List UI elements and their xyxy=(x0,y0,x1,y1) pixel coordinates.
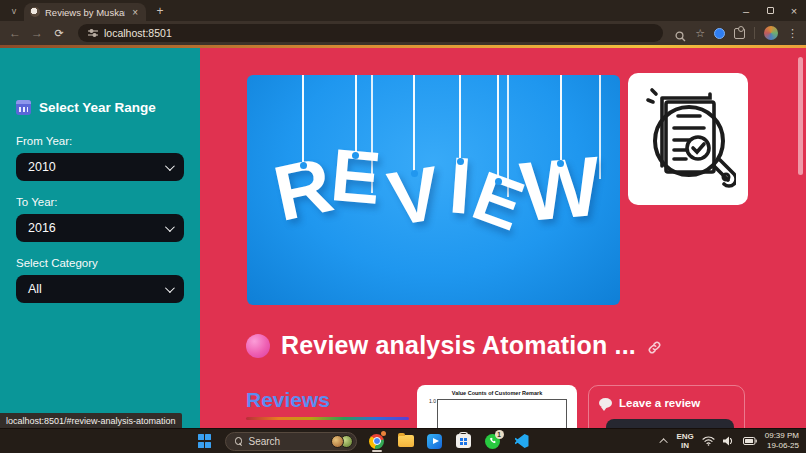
language-bottom: IN xyxy=(681,441,689,450)
profile-avatar[interactable] xyxy=(764,26,778,40)
value-counts-chart-card: Value Counts of Customer Remark 1.0 0.8 xyxy=(417,385,577,428)
whatsapp-badge: 1 xyxy=(495,430,504,439)
search-widget-badges xyxy=(331,435,353,448)
taskbar-whatsapp[interactable]: 1 xyxy=(484,430,502,453)
taskbar-file-explorer[interactable] xyxy=(397,430,415,453)
y-axis-tick: 1.0 xyxy=(429,398,438,404)
main-area: R E V I E W xyxy=(200,45,806,428)
status-bar-link: localhost:8501/#review-analysis-atomatio… xyxy=(0,413,182,428)
site-info-icon[interactable] xyxy=(88,28,98,38)
taskbar-center: Search 1 xyxy=(196,430,531,453)
leave-review-label: Leave a review xyxy=(619,397,700,409)
taskbar: Search 1 xyxy=(0,428,806,453)
hanging-letter: V xyxy=(389,75,440,230)
rainbow-divider xyxy=(246,417,409,420)
to-year-value: 2016 xyxy=(28,221,56,235)
search-label: Search xyxy=(249,436,325,447)
window-controls: – × xyxy=(734,0,806,21)
page-content: Select Year Range From Year: 2010 To Yea… xyxy=(0,45,806,428)
reviews-heading: Reviews xyxy=(246,388,330,412)
hanging-letter: E xyxy=(475,75,522,233)
review-hero-image: R E V I E W xyxy=(247,75,620,305)
page-title-row: Review analysis Atomation ... xyxy=(246,331,662,360)
vscode-icon xyxy=(515,434,529,448)
back-icon[interactable]: ← xyxy=(8,26,22,40)
page-zoom-icon[interactable] xyxy=(675,28,686,39)
wifi-icon[interactable] xyxy=(702,436,715,446)
bookmark-star-icon[interactable]: ☆ xyxy=(695,27,705,40)
browser-tab-active[interactable]: Reviews by Muskan × xyxy=(24,3,146,21)
leave-review-card: Leave a review xyxy=(588,385,745,428)
scrollbar-thumb[interactable] xyxy=(798,57,803,175)
tray-clock[interactable]: 09:39 PM 19-06-25 xyxy=(765,431,799,451)
chevron-down-icon xyxy=(165,161,175,171)
url-text: localhost:8501 xyxy=(104,27,172,39)
brain-icon xyxy=(246,334,270,358)
search-icon xyxy=(235,437,243,445)
browser-menu-icon[interactable]: ⋮ xyxy=(787,27,798,40)
leave-review-header: Leave a review xyxy=(599,397,734,409)
language-top: ENG xyxy=(676,432,693,441)
windows-logo-icon xyxy=(198,434,212,448)
tray-chevron-up-icon[interactable] xyxy=(660,438,668,446)
category-label: Select Category xyxy=(0,257,200,269)
search-highlight-icon xyxy=(331,435,344,448)
volume-icon[interactable] xyxy=(723,436,735,446)
taskbar-microsoft-store[interactable] xyxy=(455,430,473,453)
category-value: All xyxy=(28,282,42,296)
close-button[interactable]: × xyxy=(782,0,806,21)
pinned-extension-icon[interactable] xyxy=(714,28,725,39)
minimize-button[interactable]: – xyxy=(734,0,758,21)
to-year-label: To Year: xyxy=(0,196,200,208)
toolbar-right-icons: ☆ ⋮ xyxy=(675,26,798,40)
tab-title: Reviews by Muskan xyxy=(45,7,125,18)
category-select[interactable]: All xyxy=(16,275,184,303)
desktop-screen: v Reviews by Muskan × + – × ← → ⟳ localh… xyxy=(0,0,806,453)
review-text-input[interactable] xyxy=(606,419,734,428)
hanging-letter: R xyxy=(275,75,331,224)
sidebar-header: Select Year Range xyxy=(0,100,200,115)
taskbar-chrome[interactable] xyxy=(368,430,386,453)
clock-time: 09:39 PM xyxy=(765,431,799,440)
taskbar-media-player[interactable] xyxy=(426,430,444,453)
new-tab-button[interactable]: + xyxy=(152,3,168,19)
maximize-button[interactable] xyxy=(758,0,782,21)
forward-icon[interactable]: → xyxy=(30,26,44,40)
extensions-icon[interactable] xyxy=(734,28,745,39)
sidebar: Select Year Range From Year: 2010 To Yea… xyxy=(0,45,200,428)
clock-date: 19-06-25 xyxy=(767,441,799,450)
browser-toolbar: ← → ⟳ localhost:8501 ☆ ⋮ xyxy=(0,21,806,45)
chevron-down-icon xyxy=(165,222,175,232)
hanging-letter: E xyxy=(331,75,380,211)
sidebar-header-label: Select Year Range xyxy=(39,100,156,115)
tab-search-chevron-icon[interactable]: v xyxy=(6,3,22,19)
hanging-letter: W xyxy=(521,75,600,228)
chart-title: Value Counts of Customer Remark xyxy=(425,390,569,396)
language-indicator[interactable]: ENG IN xyxy=(676,432,693,450)
reload-icon[interactable]: ⟳ xyxy=(52,27,66,40)
streamlit-decoration-bar xyxy=(0,45,806,48)
hanging-letter: I xyxy=(449,75,471,222)
from-year-select[interactable]: 2010 xyxy=(16,153,184,181)
system-tray: ENG IN 09:39 PM 19-06-25 xyxy=(662,429,799,453)
chevron-down-icon xyxy=(165,283,175,293)
taskbar-search[interactable]: Search xyxy=(225,432,357,451)
taskbar-vscode[interactable] xyxy=(513,430,531,453)
anchor-link-icon[interactable] xyxy=(647,340,662,355)
start-button[interactable] xyxy=(196,430,214,453)
tab-close-icon[interactable]: × xyxy=(130,7,140,18)
speech-bubble-icon xyxy=(599,398,612,408)
calendar-icon xyxy=(16,100,31,115)
toolbar-divider xyxy=(754,27,755,39)
battery-icon[interactable] xyxy=(743,437,757,445)
review-analysis-icon-card xyxy=(628,73,748,205)
store-bag-icon xyxy=(456,434,471,448)
chart-plot-area: 1.0 0.8 xyxy=(437,399,567,428)
to-year-select[interactable]: 2016 xyxy=(16,214,184,242)
maximize-icon xyxy=(767,7,774,14)
from-year-value: 2010 xyxy=(28,160,56,174)
folder-icon xyxy=(398,435,414,447)
address-bar[interactable]: localhost:8501 xyxy=(78,24,663,42)
notification-dot xyxy=(381,431,386,436)
document-magnifier-icon xyxy=(640,84,736,194)
